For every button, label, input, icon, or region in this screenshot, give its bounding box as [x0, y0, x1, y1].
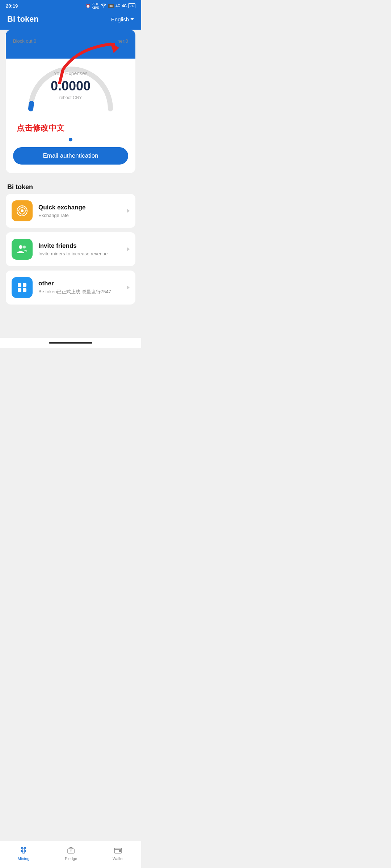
block-out-label: Block out:0 — [13, 38, 36, 44]
chinese-annotation: 点击修改中文 — [13, 123, 128, 133]
app-header: Bi token English — [0, 11, 141, 30]
svg-point-8 — [19, 245, 22, 249]
home-bar — [0, 338, 141, 348]
hd-badge: HD — [108, 4, 114, 8]
section-title: Bi token — [0, 178, 141, 194]
status-bar: 20:19 ⏰ 22.0KB/S HD 4G 4G 76 — [0, 0, 141, 11]
invite-friends-chevron — [127, 247, 130, 251]
quick-exchange-sub: Exchange rate — [38, 213, 121, 218]
status-icons: ⏰ 22.0KB/S HD 4G 4G 76 — [86, 2, 135, 9]
battery-icon: 76 — [128, 3, 135, 8]
chevron-down-icon — [130, 18, 134, 20]
network-speed: 22.0KB/S — [92, 2, 99, 9]
quick-exchange-icon — [12, 200, 33, 221]
svg-point-3 — [21, 209, 24, 212]
main-card: Block out:0 ner:0 Your Expenses 0.0000 r… — [6, 30, 135, 173]
miner-label: ner:0 — [117, 38, 128, 44]
invite-friends-text: Invite friends Invite miners to increase… — [38, 242, 121, 256]
quick-exchange-title: Quick exchange — [38, 204, 121, 211]
expenses-sub: reboot CNY — [51, 95, 91, 100]
list-item-invite-friends[interactable]: Invite friends Invite miners to increase… — [6, 232, 135, 266]
quick-exchange-text: Quick exchange Exchange rate — [38, 204, 121, 218]
indicator-dot — [69, 138, 72, 141]
other-sub: Be token已正式上线 总量发行7547 — [38, 289, 121, 295]
list-item-quick-exchange[interactable]: Quick exchange Exchange rate — [6, 194, 135, 228]
invite-friends-title: Invite friends — [38, 242, 121, 250]
alarm-icon: ⏰ — [86, 4, 90, 8]
invite-friends-sub: Invite miners to increase revenue — [38, 251, 121, 256]
other-chevron — [127, 285, 130, 290]
card-header-row: Block out:0 ner:0 — [13, 37, 128, 44]
language-selector[interactable]: English — [111, 16, 134, 22]
svg-rect-12 — [18, 288, 21, 292]
list-item-other[interactable]: other Be token已正式上线 总量发行7547 — [6, 271, 135, 305]
expenses-amount: 0.0000 — [51, 78, 91, 94]
signal-4g: 4G — [115, 4, 120, 8]
svg-rect-11 — [23, 283, 26, 287]
invite-friends-icon — [12, 239, 33, 260]
quick-exchange-chevron — [127, 209, 130, 213]
other-text: other Be token已正式上线 总量发行7547 — [38, 280, 121, 295]
svg-rect-13 — [23, 288, 26, 292]
home-bar-line — [49, 342, 92, 344]
expenses-label: Your Expenses — [51, 71, 91, 76]
svg-rect-10 — [18, 283, 21, 287]
wifi-icon — [101, 3, 106, 8]
language-label: English — [111, 16, 129, 22]
app-title: Bi token — [7, 14, 39, 24]
other-icon — [12, 277, 33, 298]
svg-point-9 — [23, 246, 26, 248]
dot-indicator — [13, 138, 128, 141]
gauge-container: Your Expenses 0.0000 reboot CNY — [13, 47, 128, 120]
signal-4g-2: 4G — [122, 4, 127, 8]
gauge-center: Your Expenses 0.0000 reboot CNY — [51, 71, 91, 100]
status-time: 20:19 — [6, 3, 18, 9]
other-title: other — [38, 280, 121, 287]
email-auth-button[interactable]: Email authentication — [13, 147, 128, 165]
